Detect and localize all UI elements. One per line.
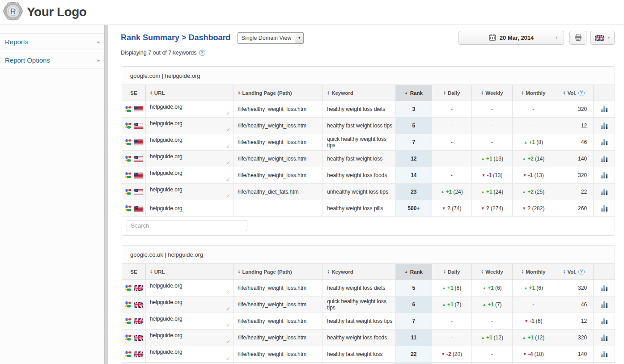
sort-icon: ▲▼: [150, 91, 153, 95]
bar-chart-icon[interactable]: [601, 123, 607, 129]
column-header-weekly[interactable]: ▲▼Weekly: [472, 85, 513, 101]
row-url[interactable]: helpguide.org: [150, 137, 183, 143]
url-cell: helpguide.org ↙: [146, 151, 234, 167]
displaying-text: Displaying 7 out of 7 keywords: [121, 50, 197, 56]
sort-icon: ▲▼: [443, 270, 446, 274]
view-select[interactable]: Single Domain View ▼: [238, 32, 304, 44]
column-header-daily[interactable]: ▲▼Daily: [432, 85, 472, 101]
row-rank: 12: [411, 156, 416, 162]
bar-chart-icon[interactable]: [601, 318, 607, 324]
column-header-vol[interactable]: ▲▼Vol. ?: [554, 264, 594, 279]
bar-chart-icon[interactable]: [601, 139, 607, 145]
row-keyword: healthy weight loss diets: [327, 106, 385, 112]
external-link-icon[interactable]: ↙: [226, 305, 230, 311]
se-cell: [122, 151, 146, 167]
column-header-kw[interactable]: ▲▼Keyword: [323, 264, 396, 279]
row-url[interactable]: helpguide.org: [150, 205, 183, 212]
column-header-monthly[interactable]: ▲▼Monthly: [513, 85, 554, 101]
previous-rank: (13): [494, 156, 503, 162]
bar-chart-icon[interactable]: [601, 351, 607, 357]
row-url[interactable]: helpguide.org: [150, 120, 183, 127]
bar-chart-icon[interactable]: [601, 189, 607, 195]
se-cell: [122, 184, 146, 200]
column-header-rank[interactable]: ▲Rank: [396, 85, 432, 101]
sidebar-divider: [104, 25, 108, 364]
select-dropdown-button[interactable]: ▼: [295, 33, 303, 43]
previous-rank: (282): [532, 205, 544, 212]
column-header-weekly[interactable]: ▲▼Weekly: [472, 264, 513, 279]
external-link-icon[interactable]: ↙: [226, 193, 230, 199]
question-help-icon[interactable]: ?: [578, 269, 585, 275]
column-header-vol[interactable]: ▲▼Vol. ?: [554, 85, 594, 101]
row-url[interactable]: helpguide.org: [150, 299, 183, 305]
se-cell: [122, 330, 146, 346]
column-header-lp[interactable]: ▲▼Landing Page (Path): [234, 85, 323, 101]
row-volume: 260: [578, 205, 587, 212]
column-header-url[interactable]: ▲▼URL: [146, 85, 234, 101]
external-link-icon[interactable]: ↙: [226, 176, 230, 182]
change-delta: +1: [486, 156, 492, 162]
external-link-icon[interactable]: ↙: [226, 355, 230, 361]
language-flag-button[interactable]: ▼: [590, 31, 615, 45]
chevron-right-icon: ▸: [98, 39, 100, 44]
column-header-chart: [594, 85, 615, 101]
external-link-icon[interactable]: ↙: [226, 289, 230, 295]
row-url[interactable]: helpguide.org: [150, 186, 183, 193]
external-link-icon[interactable]: ↙: [226, 143, 230, 149]
keyword-cell: healthy fast weight loss tips: [323, 313, 396, 329]
date-picker-button[interactable]: 20 Mar, 2014 ▼: [458, 31, 564, 45]
sort-icon: ▲▼: [238, 91, 241, 95]
row-url[interactable]: helpguide.org: [150, 316, 183, 322]
column-header-kw[interactable]: ▲▼Keyword: [323, 85, 396, 101]
external-link-icon[interactable]: ↙: [226, 160, 230, 165]
rank-cell: 22: [396, 346, 432, 362]
table-row: helpguide.org ↙ /life/healthy_weight_los…: [122, 330, 615, 346]
search-input[interactable]: [127, 220, 247, 231]
bar-chart-icon[interactable]: [601, 285, 607, 291]
up-arrow-icon: ▲: [482, 286, 486, 290]
column-header-rank[interactable]: ▲Rank: [396, 264, 432, 279]
row-url[interactable]: helpguide.org: [150, 349, 183, 355]
column-header-lp[interactable]: ▲▼Landing Page (Path): [234, 264, 323, 279]
no-change-dash: -: [491, 106, 493, 112]
down-arrow-icon: ▼: [441, 352, 445, 356]
landing-page-cell: /life/healthy_weight_loss.htm: [234, 313, 323, 329]
row-url[interactable]: helpguide.org: [150, 104, 183, 110]
country-flag-icon: [134, 302, 143, 308]
bar-chart-icon[interactable]: [601, 301, 607, 308]
country-flag-icon: [134, 173, 143, 178]
question-help-icon[interactable]: ?: [578, 90, 585, 96]
external-link-icon[interactable]: ↙: [226, 127, 230, 132]
external-link-icon[interactable]: ↙: [226, 322, 230, 328]
country-flag-icon: [134, 123, 143, 129]
bar-chart-icon[interactable]: [601, 106, 607, 112]
volume-cell: 320: [554, 280, 594, 296]
external-link-icon[interactable]: ↙: [226, 339, 230, 344]
bar-chart-icon[interactable]: [601, 334, 607, 341]
row-url[interactable]: helpguide.org: [150, 332, 183, 339]
row-url[interactable]: helpguide.org: [150, 153, 183, 160]
row-url[interactable]: helpguide.org: [150, 170, 183, 176]
row-url[interactable]: helpguide.org: [150, 283, 183, 289]
se-cell: [122, 134, 146, 150]
column-header-daily[interactable]: ▲▼Daily: [432, 264, 472, 279]
bar-chart-icon[interactable]: [601, 205, 607, 212]
column-header-monthly[interactable]: ▲▼Monthly: [513, 264, 554, 279]
google-icon: [125, 172, 132, 179]
logo: R Your Logo: [3, 1, 86, 23]
rank-cell: 11: [396, 330, 432, 346]
sidebar-item-reports[interactable]: Reports ▸: [0, 34, 104, 50]
print-button[interactable]: [569, 31, 586, 45]
daily-change-cell: ▲+1(24): [432, 184, 472, 200]
bar-chart-icon[interactable]: [601, 172, 607, 178]
sort-icon: ▲▼: [521, 270, 524, 274]
question-help-icon[interactable]: ?: [199, 50, 205, 56]
daily-change-cell: -: [432, 167, 472, 183]
column-header-url[interactable]: ▲▼URL: [146, 264, 234, 279]
volume-cell: 320: [554, 167, 594, 183]
sidebar-item-report-options[interactable]: Report Options ▸: [0, 52, 104, 68]
external-link-icon[interactable]: ↙: [226, 110, 230, 116]
up-arrow-icon: ▲: [481, 190, 485, 194]
keyword-cell: healthy weight loss foods: [323, 167, 396, 183]
bar-chart-icon[interactable]: [601, 156, 607, 162]
